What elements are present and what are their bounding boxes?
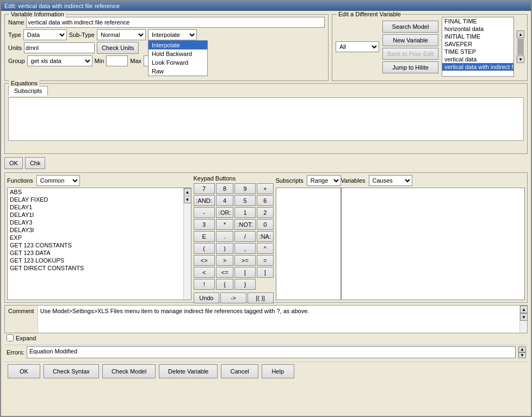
delete-variable-button[interactable]: Delete Variable	[159, 364, 218, 378]
new-variable-button[interactable]: New Variable	[382, 34, 438, 46]
key-5[interactable]: 5	[234, 195, 255, 206]
var-item-vertical-indirect[interactable]: vertical data with indirect file referen…	[442, 63, 514, 71]
key-lbrace[interactable]: {	[216, 279, 234, 290]
key-lte[interactable]: <=	[216, 267, 234, 278]
var-item-final-time[interactable]: FINAL TIME	[442, 17, 514, 25]
key-8[interactable]: 8	[216, 183, 234, 194]
chk-button[interactable]: Chk	[25, 157, 46, 169]
func-delay1[interactable]: DELAY1	[8, 203, 183, 211]
key-na[interactable]: :NA:	[257, 231, 274, 242]
key-undo[interactable]: Undo	[194, 292, 220, 303]
comment-textarea[interactable]	[38, 306, 519, 333]
subtype-select[interactable]: Normal	[97, 29, 146, 40]
check-syntax-button[interactable]: Check Syntax	[44, 364, 99, 378]
comment-scroll-down[interactable]: ▼	[520, 313, 528, 321]
key-neq[interactable]: <>	[194, 255, 215, 266]
key-dot[interactable]: .	[216, 231, 234, 242]
func-get123-constants[interactable]: GET 123 CONSTANTS	[8, 241, 183, 249]
causes-select[interactable]: Causes	[369, 175, 412, 186]
functions-scrollbar[interactable]: ▲ ▼	[183, 188, 191, 300]
jump-to-hilite-button[interactable]: Jump to Hilite	[382, 61, 438, 73]
key-lparen[interactable]: (	[194, 243, 215, 254]
key-2[interactable]: 2	[257, 207, 274, 218]
func-abs[interactable]: ABS	[8, 188, 183, 196]
key-0[interactable]: 0	[257, 219, 274, 230]
func-get123-lookups[interactable]: GET 123 LOOKUPS	[8, 257, 183, 264]
var-item-time-step[interactable]: TIME STEP	[442, 48, 514, 55]
key-paren-bracket[interactable]: [( )]	[248, 292, 274, 303]
var-item-saveper[interactable]: SAVEPER	[442, 40, 514, 48]
interp-select[interactable]: Interpolate	[148, 29, 197, 40]
back-to-prior-button[interactable]: Back to Prior Edit	[382, 48, 438, 60]
key-3[interactable]: 3	[194, 219, 215, 230]
func-get123-data[interactable]: GET 123 DATA	[8, 249, 183, 257]
check-units-button[interactable]: Check Units	[97, 42, 139, 54]
key-lt[interactable]: <	[194, 267, 215, 278]
func-delay1i[interactable]: DELAY1I	[8, 211, 183, 219]
var-item-vertical-data[interactable]: vertical data	[442, 55, 514, 63]
functions-list[interactable]: ABS DELAY FIXED DELAY1 DELAY1I DELAY3 DE…	[7, 188, 191, 300]
filter-select[interactable]: All	[336, 41, 379, 52]
errors-scroll-down[interactable]: ▼	[518, 352, 526, 358]
key-lbracket[interactable]: [	[234, 267, 255, 278]
functions-filter-select[interactable]: Common All	[36, 175, 80, 186]
scroll-up-arrow[interactable]: ▲	[517, 30, 524, 38]
var-item-initial-time[interactable]: INITIAL TIME	[442, 33, 514, 40]
key-eq[interactable]: =	[257, 255, 274, 266]
key-4[interactable]: 4	[216, 195, 234, 206]
key-9[interactable]: 9	[234, 183, 255, 194]
key-divide[interactable]: /	[234, 231, 255, 242]
ok-small-button[interactable]: OK	[4, 157, 23, 169]
interp-option-interpolate[interactable]: Interpolate	[149, 41, 207, 49]
scroll-thumb[interactable]	[517, 39, 524, 55]
key-excl[interactable]: !	[194, 279, 215, 290]
key-gt[interactable]: >	[216, 255, 234, 266]
key-minus[interactable]: -	[194, 207, 215, 218]
func-delay-fixed[interactable]: DELAY FIXED	[8, 196, 183, 203]
scroll-down-arrow[interactable]: ▼	[517, 55, 524, 63]
key-and[interactable]: :AND:	[194, 195, 215, 206]
key-multiply[interactable]: *	[216, 219, 234, 230]
units-input[interactable]	[24, 42, 95, 53]
comment-scroll-up[interactable]: ▲	[520, 306, 528, 313]
expand-checkbox[interactable]	[7, 334, 14, 341]
func-scroll-down[interactable]: ▼	[184, 196, 191, 203]
cancel-button[interactable]: Cancel	[221, 364, 258, 378]
help-button[interactable]: Help	[262, 364, 294, 378]
var-list-scrollbar[interactable]: ▲ ▼	[516, 30, 524, 63]
key-rbrace[interactable]: }	[234, 279, 255, 290]
interp-option-look-forward[interactable]: Look Forward	[149, 58, 207, 67]
min-input[interactable]	[106, 55, 128, 66]
func-delay3[interactable]: DELAY3	[8, 219, 183, 226]
key-comma[interactable]: ,	[234, 243, 255, 254]
check-model-button[interactable]: Check Model	[102, 364, 156, 378]
key-gte[interactable]: >=	[234, 255, 255, 266]
key-plus[interactable]: +	[257, 183, 274, 194]
var-item-horizontal-data[interactable]: horizontal data	[442, 25, 514, 33]
key-or[interactable]: :OR:	[216, 207, 234, 218]
func-exp[interactable]: EXP	[8, 234, 183, 241]
errors-scroll-up[interactable]: ▲	[518, 346, 526, 352]
key-e[interactable]: E	[194, 231, 215, 242]
key-rparen[interactable]: )	[216, 243, 234, 254]
comment-scrollbar[interactable]: ▲ ▼	[519, 306, 527, 333]
key-6[interactable]: 6	[257, 195, 274, 206]
key-1[interactable]: 1	[234, 207, 255, 218]
key-caret[interactable]: ^	[257, 243, 274, 254]
type-select[interactable]: Data	[23, 29, 67, 40]
search-model-button[interactable]: Search Model	[382, 21, 438, 33]
key-arrow[interactable]: ->	[220, 292, 246, 303]
interp-option-raw[interactable]: Raw	[149, 67, 207, 76]
key-not[interactable]: :NOT:	[234, 219, 255, 230]
name-input[interactable]	[26, 17, 325, 28]
func-scroll-up[interactable]: ▲	[184, 188, 191, 196]
key-7[interactable]: 7	[194, 183, 215, 194]
ok-button[interactable]: OK	[8, 364, 40, 378]
group-select[interactable]: get xls data	[27, 55, 92, 66]
key-rbracket[interactable]: ]	[257, 267, 274, 278]
range-select[interactable]: Range	[307, 175, 341, 186]
variable-list[interactable]: FINAL TIME horizontal data INITIAL TIME …	[442, 17, 514, 77]
func-get-direct-constants[interactable]: GET DIRECT CONSTANTS	[8, 264, 183, 272]
interp-option-hold-backward[interactable]: Hold Backward	[149, 49, 207, 58]
errors-scrollbar[interactable]: ▲ ▼	[518, 346, 525, 358]
